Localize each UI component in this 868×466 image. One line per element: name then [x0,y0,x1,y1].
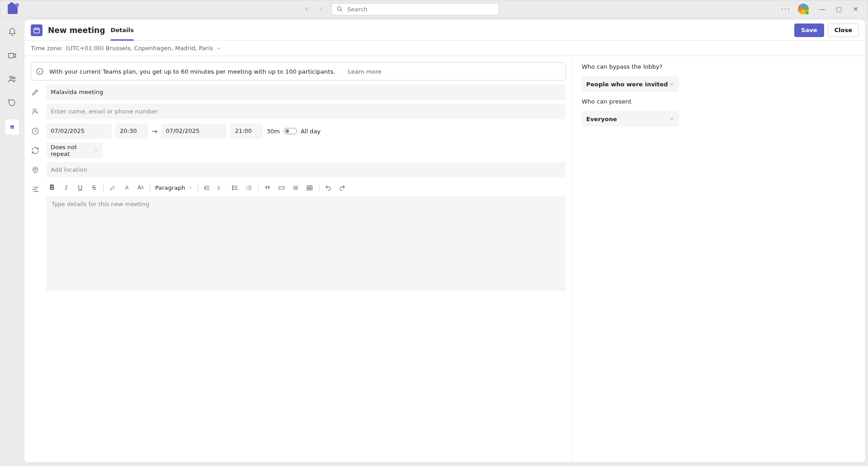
chevron-down-icon [257,128,259,133]
chat-icon [8,98,17,107]
table-button[interactable] [304,182,316,193]
font-color-button[interactable] [121,182,133,193]
hr-button[interactable] [290,182,302,193]
person-add-icon [31,108,39,116]
details-editor[interactable]: Type details for this new meeting [46,196,566,291]
video-icon [8,51,17,60]
user-avatar[interactable] [798,4,809,14]
location-input[interactable] [46,162,566,178]
location-icon [31,166,39,174]
svg-rect-5 [10,125,14,126]
quote-button[interactable] [262,182,274,193]
main-content: New meeting Details Save Close Time zone… [24,20,865,462]
details-placeholder: Type details for this new meeting [52,201,149,207]
recurrence-icon [31,146,39,155]
attendees-input[interactable] [46,104,566,119]
datetime-row: 20:30 → 21:00 30m All day [31,123,566,139]
bypass-lobby-select[interactable]: People who were invited [582,76,679,92]
highlight-button[interactable] [107,182,119,193]
chevron-down-icon [669,81,674,87]
paragraph-style-select[interactable]: Paragraph [153,182,194,193]
chevron-down-icon [216,46,221,51]
italic-button[interactable]: I [60,182,72,193]
details-row: B I U S AA Paragraph [31,182,566,456]
all-day-label: All day [301,128,321,135]
svg-point-2 [10,76,13,79]
maximize-button[interactable]: ▢ [833,5,845,13]
rail-community[interactable] [5,72,19,86]
recurrence-select[interactable]: Does not repeat [46,143,103,158]
tab-details[interactable]: Details [110,20,133,41]
chevron-down-icon [142,128,143,133]
recurrence-row: Does not repeat [31,143,566,158]
font-size-button[interactable]: AA [135,182,147,193]
search-input[interactable] [347,6,494,13]
date-arrow-icon: → [152,127,157,136]
svg-text:3: 3 [246,188,247,190]
chevron-down-icon [669,116,674,122]
svg-point-16 [232,185,233,186]
undo-button[interactable] [323,182,334,193]
all-day-toggle[interactable] [284,128,297,134]
indent-button[interactable] [215,182,227,193]
nav-back-forward [304,7,323,12]
pencil-icon [31,88,39,96]
meeting-options-panel: Who can bypass the lobby? People who wer… [573,56,865,462]
page-body: With your current Teams plan, you get up… [24,56,865,462]
underline-button[interactable]: U [74,182,86,193]
meeting-form: With your current Teams plan, you get up… [24,56,573,462]
start-date-input[interactable] [46,123,112,139]
bulleted-list-button[interactable] [229,182,241,193]
outdent-button[interactable] [201,182,213,193]
people-icon [8,75,17,84]
bold-button[interactable]: B [46,182,58,193]
chevron-down-icon [94,148,98,153]
end-date-input[interactable] [161,123,227,139]
nav-forward-icon[interactable] [318,7,323,12]
timezone-label: Time zone: [31,45,63,52]
svg-rect-7 [12,127,13,127]
timezone-value: (UTC+01:00) Brussels, Copenhagen, Madrid… [66,45,213,52]
rail-video[interactable] [5,49,19,62]
chevron-down-icon [188,185,193,190]
timezone-row[interactable]: Time zone: (UTC+01:00) Brussels, Copenha… [24,41,865,56]
minimize-button[interactable]: — [816,5,829,13]
teams-logo-icon [8,4,18,14]
more-options-icon[interactable]: ··· [781,5,791,14]
svg-point-17 [232,187,233,188]
rail-chat[interactable] [5,96,19,109]
app-shell: New meeting Details Save Close Time zone… [0,18,868,466]
rail-activity[interactable] [5,25,19,39]
learn-more-link[interactable]: Learn more [348,68,381,75]
svg-point-15 [34,169,36,170]
search-box[interactable] [332,3,499,15]
page-title-icon [31,24,43,36]
redo-button[interactable] [337,182,348,193]
svg-point-13 [33,109,36,112]
close-button[interactable]: Close [828,24,859,37]
window-controls: — ▢ ✕ [816,5,862,13]
start-time-select[interactable]: 20:30 [115,123,148,139]
end-time-select[interactable]: 21:00 [230,123,263,139]
strike-button[interactable]: S [88,182,100,193]
app-rail [0,18,24,466]
svg-rect-11 [34,28,39,33]
svg-point-0 [337,7,341,10]
svg-rect-1 [9,53,14,58]
numbered-list-button[interactable]: 123 [243,182,255,193]
link-button[interactable] [276,182,288,193]
save-button[interactable]: Save [794,24,824,37]
rail-calendar[interactable] [5,119,19,135]
duration-text: 30m [266,128,280,135]
who-can-present-select[interactable]: Everyone [582,111,679,127]
nav-back-icon[interactable] [304,7,309,12]
meeting-title-input[interactable] [46,85,566,100]
paragraph-style-value: Paragraph [155,184,185,191]
bypass-lobby-value: People who were invited [586,81,668,88]
svg-rect-6 [11,127,12,127]
close-window-button[interactable]: ✕ [849,5,862,13]
who-can-present-label: Who can present [582,98,856,105]
info-icon [36,67,44,75]
bell-icon [8,28,17,37]
recurrence-value: Does not repeat [51,144,89,157]
